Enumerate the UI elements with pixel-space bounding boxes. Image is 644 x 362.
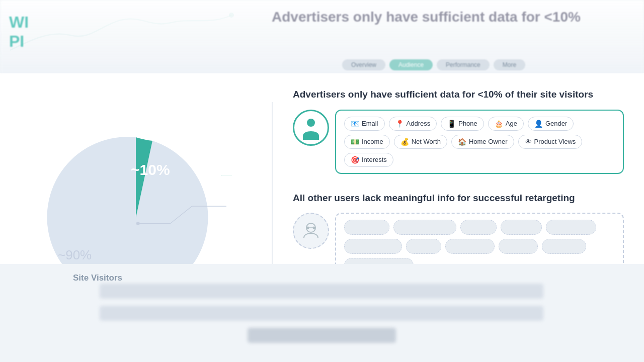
phone-emoji: 📱 — [447, 120, 456, 128]
address-emoji: 📍 — [395, 120, 404, 128]
info-block-1: Advertisers only have sufficient data fo… — [293, 88, 624, 174]
age-emoji: 🎂 — [495, 120, 503, 128]
tag-phone-label: Phone — [458, 120, 477, 127]
gender-emoji: 👤 — [534, 120, 543, 128]
tab-more[interactable]: More — [494, 59, 525, 70]
ghost-tag-3 — [460, 220, 497, 235]
known-user-tags: 📧 Email 📍 Address 📱 Phone 🎂 Age — [335, 110, 624, 174]
header-tabs-blurred: Overview Audience Performance More — [342, 59, 525, 70]
ghost-tag-4 — [501, 220, 542, 235]
tag-productviews: 👁 Product Views — [518, 135, 583, 149]
productviews-emoji: 👁 — [525, 138, 532, 146]
connector-10-line — [176, 175, 277, 176]
ghost-tag-6 — [344, 239, 402, 254]
tag-income-label: Income — [362, 138, 383, 145]
tag-age: 🎂 Age — [488, 117, 524, 131]
top-heading-blurred: Advertisers only have sufficient data fo… — [272, 9, 581, 25]
blurred-row-2 — [100, 306, 543, 321]
tab-performance[interactable]: Performance — [437, 59, 490, 70]
avatar-unknown-user — [293, 213, 329, 249]
tag-homeowner: 🏠 Home Owner — [451, 135, 514, 149]
ghost-tag-7 — [406, 239, 441, 254]
svg-point-3 — [136, 222, 140, 225]
ghost-tag-10 — [542, 239, 586, 254]
email-emoji: 📧 — [351, 120, 359, 128]
info-title-1: Advertisers only have sufficient data fo… — [293, 88, 624, 102]
svg-point-1 — [221, 175, 221, 175]
ghost-tag-5 — [546, 220, 596, 235]
tag-address: 📍 Address — [389, 117, 437, 131]
homeowner-emoji: 🏠 — [458, 138, 466, 146]
tag-interests: 🎯 Interests — [344, 153, 393, 167]
info-title-2: All other users lack meaningful info for… — [293, 192, 624, 205]
svg-point-4 — [307, 119, 315, 127]
ghost-avatar-icon — [300, 220, 322, 242]
tag-address-label: Address — [407, 120, 431, 127]
tab-overview[interactable]: Overview — [342, 59, 385, 70]
connector-90-line — [131, 198, 231, 228]
tag-email: 📧 Email — [344, 117, 385, 131]
tag-interests-label: Interests — [362, 156, 387, 163]
blurred-content-area — [100, 264, 543, 362]
pie-10-label: ~10% — [131, 161, 170, 178]
top-left-brand: WIPI — [9, 13, 29, 51]
interests-emoji: 🎯 — [351, 156, 359, 164]
tag-income: 💵 Income — [344, 135, 390, 149]
blurred-row-3 — [248, 328, 396, 343]
avatar-known-user — [293, 110, 329, 146]
pie-90-label: ~90% — [58, 247, 92, 263]
ghost-tag-1 — [344, 220, 389, 235]
tag-age-label: Age — [506, 120, 517, 127]
avatar-icon — [299, 116, 323, 140]
tag-productviews-label: Product Views — [534, 138, 576, 145]
tag-gender-label: Gender — [545, 120, 567, 127]
ghost-tag-8 — [445, 239, 495, 254]
ghost-tag-9 — [499, 239, 538, 254]
income-emoji: 💵 — [351, 138, 359, 146]
tag-phone: 📱 Phone — [441, 117, 484, 131]
info-content-1: 📧 Email 📍 Address 📱 Phone 🎂 Age — [293, 110, 624, 174]
tab-audience[interactable]: Audience — [389, 59, 433, 70]
tag-networth: 💰 Net Worth — [394, 135, 447, 149]
networth-emoji: 💰 — [400, 138, 409, 146]
ghost-tag-2 — [393, 220, 456, 235]
tag-email-label: Email — [362, 120, 378, 127]
blurred-row-1 — [100, 284, 543, 299]
tag-gender: 👤 Gender — [528, 117, 574, 131]
bottom-section: Site Visitors — [0, 264, 644, 362]
tag-homeowner-label: Home Owner — [469, 138, 508, 145]
tag-networth-label: Net Worth — [412, 138, 441, 145]
